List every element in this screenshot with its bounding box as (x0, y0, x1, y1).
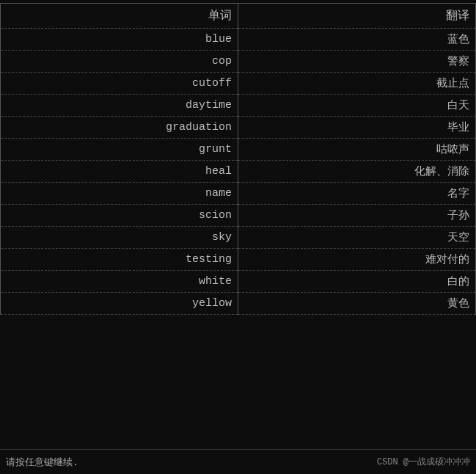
vocabulary-table-container: 单词 翻译 blue蓝色cop警察cutoff截止点daytime白天gradu… (0, 0, 476, 318)
cell-translation: 天空 (238, 227, 476, 249)
table-row: yellow黄色 (1, 293, 476, 315)
terminal-window: 单词 翻译 blue蓝色cop警察cutoff截止点daytime白天gradu… (0, 0, 476, 474)
cell-translation: 化解、消除 (238, 161, 476, 183)
table-row: grunt咕哝声 (1, 139, 476, 161)
cell-word: scion (1, 205, 238, 227)
cell-translation: 名字 (238, 183, 476, 205)
table-row: cutoff截止点 (1, 73, 476, 95)
cell-word: cutoff (1, 73, 238, 95)
cell-word: heal (1, 161, 238, 183)
continue-prompt: 请按任意键继续. (6, 456, 78, 469)
author-credit: CSDN @一战成硕冲冲冲 (377, 456, 470, 468)
cell-word: blue (1, 29, 238, 51)
cell-translation: 咕哝声 (238, 139, 476, 161)
table-row: blue蓝色 (1, 29, 476, 51)
cell-word: cop (1, 51, 238, 73)
cell-word: graduation (1, 117, 238, 139)
vocabulary-table: 单词 翻译 blue蓝色cop警察cutoff截止点daytime白天gradu… (0, 3, 476, 315)
bottom-bar: 请按任意键继续. CSDN @一战成硕冲冲冲 (0, 449, 476, 474)
cell-word: white (1, 271, 238, 293)
table-row: heal化解、消除 (1, 161, 476, 183)
cell-translation: 白天 (238, 95, 476, 117)
cell-translation: 截止点 (238, 73, 476, 95)
header-word: 单词 (1, 4, 238, 29)
table-row: cop警察 (1, 51, 476, 73)
cell-word: yellow (1, 293, 238, 315)
cell-translation: 难对付的 (238, 249, 476, 271)
table-row: sky天空 (1, 227, 476, 249)
cell-word: daytime (1, 95, 238, 117)
header-translation: 翻译 (238, 4, 476, 29)
cell-translation: 警察 (238, 51, 476, 73)
table-row: daytime白天 (1, 95, 476, 117)
cell-word: grunt (1, 139, 238, 161)
table-row: name名字 (1, 183, 476, 205)
cell-translation: 子孙 (238, 205, 476, 227)
table-row: scion子孙 (1, 205, 476, 227)
cell-word: testing (1, 249, 238, 271)
cell-translation: 蓝色 (238, 29, 476, 51)
table-row: testing难对付的 (1, 249, 476, 271)
cell-word: sky (1, 227, 238, 249)
table-row: graduation毕业 (1, 117, 476, 139)
cell-translation: 白的 (238, 271, 476, 293)
cell-word: name (1, 183, 238, 205)
cell-translation: 毕业 (238, 117, 476, 139)
cell-translation: 黄色 (238, 293, 476, 315)
table-row: white白的 (1, 271, 476, 293)
